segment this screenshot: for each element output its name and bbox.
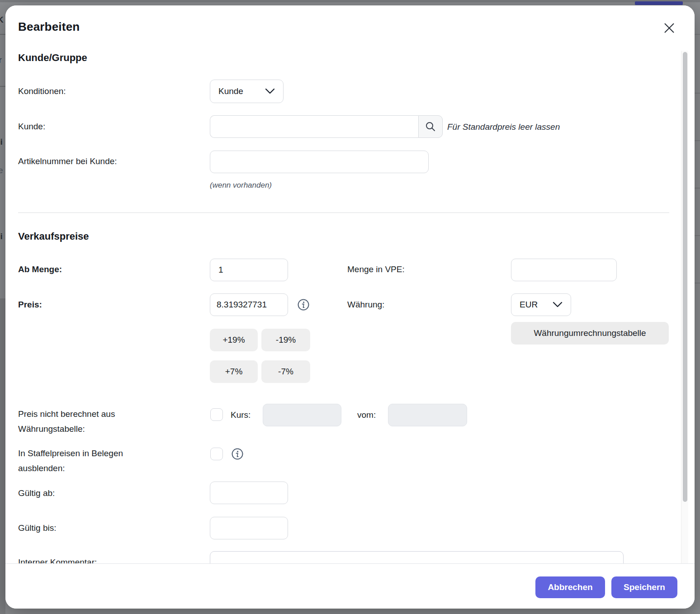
waehrung-label: Währung: [347, 300, 384, 310]
preis-nicht-berechnet-checkbox[interactable] [210, 408, 223, 421]
dialog-title: Bearbeiten [18, 20, 80, 34]
kunde-hint-text: Für Standardpreis leer lassen [447, 122, 560, 132]
background-text-fragment: K [0, 15, 5, 27]
close-button[interactable] [661, 20, 677, 36]
gueltig-bis-label: Gültig bis: [18, 523, 56, 533]
staffelpreise-checkbox[interactable] [210, 448, 223, 460]
chevron-down-icon [265, 88, 275, 94]
vom-input[interactable] [388, 404, 467, 426]
minus-7-percent-button[interactable]: -7% [261, 360, 310, 383]
search-icon [425, 121, 436, 132]
dialog-header: Bearbeiten [5, 5, 695, 51]
preis-info-button[interactable] [298, 299, 309, 311]
waehrung-select[interactable]: EUR [511, 293, 571, 316]
background-text-fragment: er [0, 55, 5, 67]
background-row-line [695, 34, 700, 35]
dialog-scrollbar-track[interactable] [681, 51, 688, 563]
background-top-bar [0, 0, 700, 2]
konditionen-select[interactable]: Kunde [210, 80, 284, 103]
info-icon [232, 448, 243, 460]
staffelpreise-label-line2: ausblenden: [18, 463, 65, 473]
close-icon [663, 22, 676, 34]
background-row-line [695, 93, 700, 94]
background-row-line [695, 140, 700, 141]
background-row-line [695, 235, 700, 236]
ab-menge-label: Ab Menge: [18, 264, 62, 274]
menge-vpe-input[interactable] [511, 259, 617, 281]
dialog-body: Kunde/Gruppe Konditionen: Kunde Kunde: F… [5, 51, 695, 563]
background-row-line [695, 283, 700, 283]
waehrung-selected-value: EUR [520, 300, 538, 310]
ab-menge-input[interactable] [210, 259, 288, 281]
info-icon [298, 299, 309, 311]
section-heading-verkaufspreise: Verkaufspreise [18, 231, 89, 242]
background-text-fragment: ei [0, 137, 5, 149]
section-heading-kunde-gruppe: Kunde/Gruppe [18, 52, 87, 64]
background-divider-fragment [0, 86, 5, 87]
edit-dialog: Bearbeiten Kunde/Gruppe Konditionen: Kun… [5, 5, 695, 609]
konditionen-label: Konditionen: [18, 86, 66, 96]
preis-label: Preis: [18, 300, 42, 310]
vom-label: vom: [357, 410, 376, 420]
background-text-fragment: e [0, 165, 5, 177]
preis-nicht-berechnet-label-line1: Preis nicht berechnet aus [18, 409, 115, 419]
preis-nicht-berechnet-label-line2: Währungstabelle: [18, 424, 85, 434]
kurs-label: Kurs: [231, 410, 251, 420]
dialog-footer: Abbrechen Speichern [5, 563, 695, 609]
gueltig-ab-input[interactable] [210, 482, 288, 504]
artikelnummer-label: Artikelnummer bei Kunde: [18, 156, 117, 166]
gueltig-ab-label: Gültig ab: [18, 488, 55, 498]
background-panel-fragment [0, 298, 5, 614]
staffelpreise-info-button[interactable] [232, 448, 243, 460]
konditionen-selected-value: Kunde [218, 86, 243, 96]
section-divider [18, 213, 669, 213]
interner-kommentar-textarea[interactable] [210, 551, 624, 563]
artikelnummer-input[interactable] [210, 151, 429, 173]
preis-input[interactable] [210, 293, 288, 316]
waehrungsumrechnungstabelle-button[interactable]: Währungumrechnungstabelle [511, 322, 669, 345]
background-text-fragment: ei [0, 231, 5, 243]
artikelnummer-hint: (wenn vorhanden) [210, 181, 272, 190]
minus-19-percent-button[interactable]: -19% [261, 329, 310, 351]
background-primary-button-fragment [635, 1, 683, 5]
background-row-line [695, 188, 700, 189]
kunde-input[interactable] [210, 115, 418, 138]
background-divider-fragment [0, 34, 5, 35]
staffelpreise-label-line1: In Staffelpreisen in Belegen [18, 449, 123, 458]
menge-vpe-label: Menge in VPE: [347, 264, 405, 274]
kunde-search-button[interactable] [418, 115, 443, 138]
interner-kommentar-label: Interner Kommentar: [18, 557, 97, 563]
kurs-input[interactable] [263, 404, 341, 426]
plus-7-percent-button[interactable]: +7% [210, 360, 258, 383]
plus-19-percent-button[interactable]: +19% [210, 329, 258, 351]
dialog-scrollbar-thumb[interactable] [683, 52, 687, 502]
chevron-down-icon [553, 302, 563, 308]
kunde-search-field [210, 115, 443, 138]
kunde-label: Kunde: [18, 122, 45, 132]
save-button[interactable]: Speichern [611, 576, 677, 598]
gueltig-bis-input[interactable] [210, 517, 288, 539]
cancel-button[interactable]: Abbrechen [535, 576, 605, 598]
